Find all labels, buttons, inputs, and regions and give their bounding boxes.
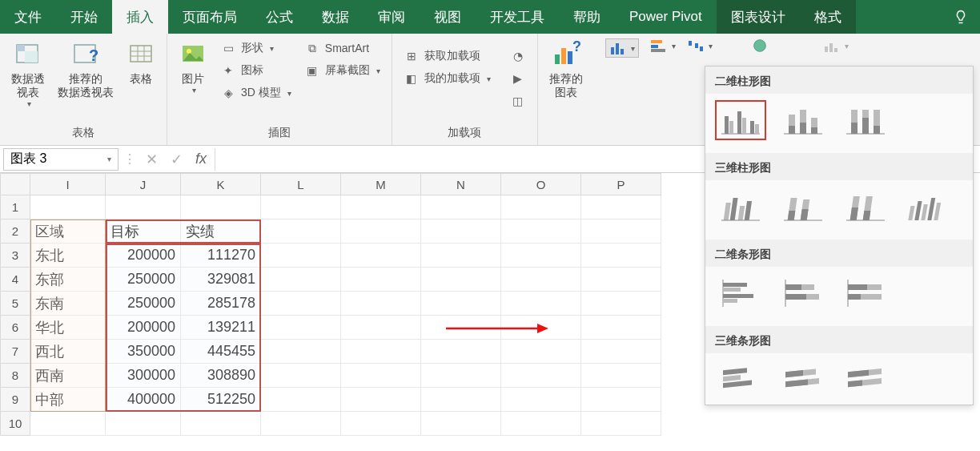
cell-L10[interactable] [261,412,341,436]
3d-clustered-bar-option[interactable] [715,360,766,400]
cell-N5[interactable] [421,292,501,316]
cell-I10[interactable] [30,412,106,436]
cell-M7[interactable] [341,340,421,364]
col-header-K[interactable]: K [181,173,261,195]
name-box-dropdown-icon[interactable]: ▾ [107,155,111,163]
cell-O7[interactable] [501,340,581,364]
cell-O4[interactable] [501,268,581,292]
get-addins-button[interactable]: ⊞获取加载项 [400,46,494,66]
cell-P3[interactable] [581,244,661,268]
tab-insert[interactable]: 插入 [112,0,168,34]
tab-home[interactable]: 开始 [56,0,112,34]
3dmodel-button[interactable]: ◈3D 模型▾ [217,83,295,103]
cell-J1[interactable] [106,195,181,219]
cell-M4[interactable] [341,268,421,292]
cell-M3[interactable] [341,244,421,268]
col-header-N[interactable]: N [421,173,501,195]
cell-L9[interactable] [261,388,341,412]
tab-pagelayout[interactable]: 页面布局 [168,0,251,34]
cell-L5[interactable] [261,292,341,316]
cell-P5[interactable] [581,292,661,316]
shapes-button[interactable]: ▭形状▾ [217,38,295,58]
waterfall-chart-button[interactable]: ▾ [687,38,713,53]
cell-N7[interactable] [421,340,501,364]
3d-clustered-column-option[interactable] [715,187,766,227]
cell-L7[interactable] [261,340,341,364]
cell-L4[interactable] [261,268,341,292]
clustered-bar-option[interactable] [715,273,766,313]
cell-P8[interactable] [581,364,661,388]
row-header-1[interactable]: 1 [0,195,30,219]
cell-L2[interactable] [261,219,341,244]
cell-M9[interactable] [341,388,421,412]
row-header-4[interactable]: 4 [0,268,30,292]
cell-M5[interactable] [341,292,421,316]
3d-column-option[interactable] [902,187,954,227]
cell-O8[interactable] [501,364,581,388]
tell-me-icon[interactable] [942,0,980,34]
cell-L6[interactable] [261,316,341,340]
col-header-M[interactable]: M [341,173,421,195]
cell-N10[interactable] [421,412,501,436]
cell-N9[interactable] [421,388,501,412]
name-box[interactable]: 图表 3 ▾ [3,148,118,171]
tab-formulas[interactable]: 公式 [251,0,307,34]
tab-developer[interactable]: 开发工具 [476,0,559,34]
cell-P10[interactable] [581,412,661,436]
tab-review[interactable]: 审阅 [363,0,420,34]
row-header-10[interactable]: 10 [0,412,30,436]
row-header-8[interactable]: 8 [0,364,30,388]
col-header-L[interactable]: L [261,173,341,195]
cell-N8[interactable] [421,364,501,388]
cell-O2[interactable] [501,219,581,244]
screenshot-button[interactable]: ▣屏幕截图▾ [301,61,384,80]
select-all-corner[interactable] [0,173,30,195]
cell-N4[interactable] [421,268,501,292]
cell-O10[interactable] [501,412,581,436]
3d-100-stacked-bar-option[interactable] [840,360,891,400]
col-header-P[interactable]: P [581,173,661,195]
cell-J10[interactable] [106,412,181,436]
visio-icon[interactable]: ◫ [507,91,529,111]
row-header-3[interactable]: 3 [0,244,30,268]
100-stacked-bar-option[interactable] [840,273,891,313]
cell-P2[interactable] [581,219,661,244]
my-addins-button[interactable]: ◧我的加载项▾ [400,69,494,88]
table-button[interactable]: 表格 [123,38,159,111]
smartart-button[interactable]: ⧉SmartArt [301,38,384,58]
cell-M10[interactable] [341,412,421,436]
cell-O3[interactable] [501,244,581,268]
tab-view[interactable]: 视图 [420,0,476,34]
cell-M2[interactable] [341,219,421,244]
3d-stacked-column-option[interactable] [777,187,829,227]
clustered-column-option[interactable] [715,100,766,140]
cell-L8[interactable] [261,364,341,388]
cell-M1[interactable] [341,195,421,219]
confirm-icon[interactable]: ✓ [171,151,183,168]
col-header-I[interactable]: I [30,173,106,195]
cell-O9[interactable] [501,388,581,412]
row-header-2[interactable]: 2 [0,219,30,244]
tab-data[interactable]: 数据 [307,0,363,34]
cell-K1[interactable] [181,195,261,219]
tab-format[interactable]: 格式 [800,0,856,34]
icons-button[interactable]: ✦图标 [217,61,295,80]
tab-powerpivot[interactable]: Power Pivot [615,0,717,34]
cell-P7[interactable] [581,340,661,364]
row-header-5[interactable]: 5 [0,292,30,316]
row-header-7[interactable]: 7 [0,340,30,364]
map-chart-button[interactable] [751,38,769,53]
cell-M8[interactable] [341,364,421,388]
recommended-pivot-button[interactable]: ? 推荐的 数据透视表 [54,38,117,111]
cell-P6[interactable] [581,316,661,340]
pivot-table-button[interactable]: 数据透 视表▾ [8,38,48,111]
cell-N3[interactable] [421,244,501,268]
row-header-6[interactable]: 6 [0,316,30,340]
3d-stacked-bar-option[interactable] [777,360,829,400]
100-stacked-column-option[interactable] [840,100,891,140]
cell-P4[interactable] [581,268,661,292]
tab-help[interactable]: 帮助 [559,0,615,34]
cell-N2[interactable] [421,219,501,244]
cell-P1[interactable] [581,195,661,219]
fx-icon[interactable]: fx [195,151,207,167]
